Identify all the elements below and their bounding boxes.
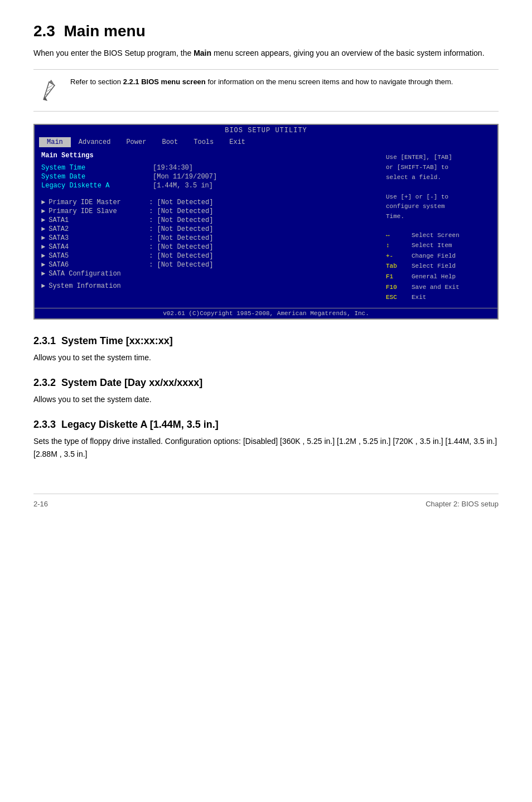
arrow-icon: ► bbox=[41, 252, 45, 260]
bios-menu-exit[interactable]: Exit bbox=[221, 137, 253, 147]
key-description: General Help bbox=[412, 272, 456, 282]
system-time-value: [19:34:30] bbox=[153, 164, 193, 172]
key-row-save-exit: F10 Save and Exit bbox=[386, 283, 492, 293]
device-name: Primary IDE Master bbox=[49, 199, 149, 206]
bios-menu-main[interactable]: Main bbox=[39, 137, 71, 147]
note-text: Refer to section 2.2.1 BIOS menu screen … bbox=[70, 76, 453, 88]
arrow-icon: ► bbox=[41, 199, 45, 206]
key-row-select-item: ↕ Select Item bbox=[386, 241, 492, 251]
subsection-233: 2.3.3 Legacy Diskette A [1.44M, 3.5 in.]… bbox=[33, 419, 499, 460]
device-status: : [Not Detected] bbox=[149, 207, 213, 215]
note-box: Refer to section 2.2.1 BIOS menu screen … bbox=[33, 69, 499, 112]
arrow-icon: ► bbox=[41, 234, 45, 242]
arrow-icon: ► bbox=[41, 225, 45, 233]
subsection-title-231: 2.3.1 System Time [xx:xx:xx] bbox=[33, 335, 499, 347]
system-time-label: System Time bbox=[41, 164, 153, 172]
device-name: SATA1 bbox=[49, 216, 149, 224]
device-sata4: ► SATA4 : [Not Detected] bbox=[41, 243, 374, 251]
bios-right-panel: Use [ENTER], [TAB] or [SHIFT-TAB] to sel… bbox=[380, 148, 497, 307]
legacy-diskette-value: [1.44M, 3.5 in] bbox=[153, 182, 213, 190]
device-status: : [Not Detected] bbox=[149, 225, 213, 233]
section-intro: When you enter the BIOS Setup program, t… bbox=[33, 47, 499, 59]
key-description: Change Field bbox=[412, 252, 456, 262]
subsection-231: 2.3.1 System Time [xx:xx:xx] Allows you … bbox=[33, 335, 499, 364]
device-name: SATA4 bbox=[49, 243, 149, 251]
device-name: SATA5 bbox=[49, 252, 149, 260]
subsection-body-233: Sets the type of floppy drive installed.… bbox=[33, 435, 499, 460]
bios-screen: BIOS SETUP UTILITY Main Advanced Power B… bbox=[33, 124, 499, 319]
bios-menu-tools[interactable]: Tools bbox=[186, 137, 221, 147]
system-date-value: [Mon 11/19/2007] bbox=[153, 173, 217, 181]
bios-help-text: Use [ENTER], [TAB] or [SHIFT-TAB] to sel… bbox=[386, 153, 492, 221]
subsection-title-232: 2.3.2 System Date [Day xx/xx/xxxx] bbox=[33, 377, 499, 389]
bios-content: Main Settings System Time [19:34:30] Sys… bbox=[35, 148, 497, 307]
subsection-body-232: Allows you to set the system date. bbox=[33, 393, 499, 405]
arrow-icon: ► bbox=[41, 270, 45, 278]
bios-left-panel: Main Settings System Time [19:34:30] Sys… bbox=[35, 148, 380, 307]
device-sata5: ► SATA5 : [Not Detected] bbox=[41, 252, 374, 260]
device-name: SATA3 bbox=[49, 234, 149, 242]
device-primary-ide-master: ► Primary IDE Master : [Not Detected] bbox=[41, 199, 374, 206]
key-description: Select Screen bbox=[412, 231, 460, 241]
bios-legacy-diskette: Legacy Diskette A [1.44M, 3.5 in] bbox=[41, 182, 374, 190]
footer-chapter: Chapter 2: BIOS setup bbox=[425, 500, 499, 508]
arrow-icon: ► bbox=[41, 207, 45, 215]
device-sata6: ► SATA6 : [Not Detected] bbox=[41, 261, 374, 269]
bios-menu-boot[interactable]: Boot bbox=[154, 137, 186, 147]
device-name: SATA2 bbox=[49, 225, 149, 233]
key-symbol: Tab bbox=[386, 262, 408, 272]
bios-system-time: System Time [19:34:30] bbox=[41, 164, 374, 172]
bios-menu-power[interactable]: Power bbox=[118, 137, 154, 147]
arrow-icon: ► bbox=[41, 216, 45, 224]
device-status: : [Not Detected] bbox=[149, 234, 213, 242]
key-row-change-field: +- Change Field bbox=[386, 252, 492, 262]
bios-devices-list: ► Primary IDE Master : [Not Detected] ► … bbox=[41, 199, 374, 278]
device-sata1: ► SATA1 : [Not Detected] bbox=[41, 216, 374, 224]
bios-menu-advanced[interactable]: Advanced bbox=[71, 137, 119, 147]
key-symbol: F10 bbox=[386, 283, 408, 293]
key-row-select-field: Tab Select Field bbox=[386, 262, 492, 272]
key-row-select-screen: ↔ Select Screen bbox=[386, 231, 492, 241]
bios-menu-bar[interactable]: Main Advanced Power Boot Tools Exit bbox=[35, 136, 497, 148]
arrow-icon: ► bbox=[41, 243, 45, 251]
bios-system-date: System Date [Mon 11/19/2007] bbox=[41, 173, 374, 181]
key-description: Save and Exit bbox=[412, 283, 460, 293]
device-status: : [Not Detected] bbox=[149, 252, 213, 260]
arrow-icon: ► bbox=[41, 282, 45, 290]
key-symbol: ESC bbox=[386, 293, 408, 303]
device-primary-ide-slave: ► Primary IDE Slave : [Not Detected] bbox=[41, 207, 374, 215]
subsection-232: 2.3.2 System Date [Day xx/xx/xxxx] Allow… bbox=[33, 377, 499, 405]
legacy-diskette-label: Legacy Diskette A bbox=[41, 182, 153, 190]
arrow-icon: ► bbox=[41, 261, 45, 269]
device-name: SATA Configuration bbox=[49, 270, 149, 278]
device-status: : [Not Detected] bbox=[149, 199, 213, 206]
key-symbol: ↔ bbox=[386, 231, 408, 241]
device-system-info: ► System Information bbox=[41, 282, 374, 290]
device-name: SATA6 bbox=[49, 261, 149, 269]
device-name: Primary IDE Slave bbox=[49, 207, 149, 215]
key-symbol: ↕ bbox=[386, 241, 408, 251]
key-symbol: F1 bbox=[386, 272, 408, 282]
key-description: Select Field bbox=[412, 262, 456, 272]
device-sata3: ► SATA3 : [Not Detected] bbox=[41, 234, 374, 242]
bios-section-label: Main Settings bbox=[41, 152, 374, 160]
device-status: : [Not Detected] bbox=[149, 243, 213, 251]
section-title: 2.3 Main menu bbox=[33, 22, 499, 40]
device-status: : [Not Detected] bbox=[149, 261, 213, 269]
bios-keys: ↔ Select Screen ↕ Select Item +- Change … bbox=[386, 231, 492, 303]
device-status: : [Not Detected] bbox=[149, 216, 213, 224]
system-date-label: System Date bbox=[41, 173, 153, 181]
key-row-general-help: F1 General Help bbox=[386, 272, 492, 282]
footer-page-number: 2-16 bbox=[33, 500, 48, 508]
key-symbol: +- bbox=[386, 252, 408, 262]
bios-footer: v02.61 (C)Copyright 1985-2008, American … bbox=[35, 308, 497, 318]
device-name: System Information bbox=[49, 282, 149, 290]
note-icon bbox=[39, 76, 61, 104]
device-sata2: ► SATA2 : [Not Detected] bbox=[41, 225, 374, 233]
key-description: Select Item bbox=[412, 241, 452, 251]
device-sata-config: ► SATA Configuration bbox=[41, 270, 374, 278]
key-description: Exit bbox=[412, 293, 426, 303]
page-footer: 2-16 Chapter 2: BIOS setup bbox=[33, 494, 499, 508]
bios-title-bar: BIOS SETUP UTILITY bbox=[35, 125, 497, 136]
subsection-body-231: Allows you to set the system time. bbox=[33, 351, 499, 364]
